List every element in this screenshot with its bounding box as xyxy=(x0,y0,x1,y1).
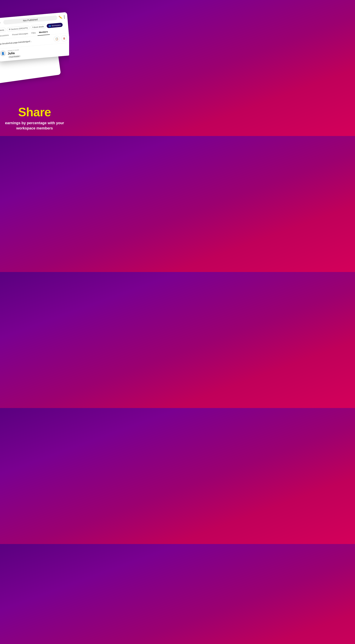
header-icons: ✏️ xyxy=(58,15,65,19)
tab-contents-label: ntents xyxy=(0,29,4,31)
bottom-text-section: Share earnings by percentage with your w… xyxy=(0,99,69,136)
tab-workspace[interactable]: 👥 Workspace xyxy=(46,22,63,28)
dot3 xyxy=(64,18,65,18)
tab-pinned-label: Pinned Messages xyxy=(12,32,28,36)
dot1 xyxy=(64,16,64,16)
delete-link-button[interactable]: 🗑 xyxy=(61,35,67,42)
card-main: ← Not Published ✏️ ntents ⊞ Sections (GR… xyxy=(0,12,69,62)
edit-icon[interactable]: ✏️ xyxy=(58,15,62,19)
tab-members[interactable]: Members xyxy=(37,28,50,36)
tab-files-label: Files xyxy=(31,32,36,34)
copy-icon: 📋 xyxy=(55,37,58,41)
tab-contents[interactable]: ntents xyxy=(0,28,6,32)
back-button[interactable]: ← xyxy=(0,21,1,25)
more-options-icon[interactable] xyxy=(64,16,65,18)
copy-link-button[interactable]: 📋 xyxy=(53,36,60,42)
avatar-icon: 👤 xyxy=(1,52,5,55)
info-icon: ℹ xyxy=(32,26,33,28)
tab-book-details[interactable]: ℹ Book details xyxy=(30,24,46,30)
workspace-icon: 👥 xyxy=(48,24,51,27)
share-heading: Share xyxy=(3,106,66,118)
member-role: Proof Reader xyxy=(8,55,21,58)
dot2 xyxy=(64,17,64,17)
tab-book-details-label: Book details xyxy=(34,26,44,28)
tab-discussions-label: iscussions xyxy=(0,34,9,37)
sections-icon: ⊞ xyxy=(9,28,10,30)
tab-workspace-label: Workspace xyxy=(51,24,61,27)
top-spacer xyxy=(0,0,69,10)
tab-files[interactable]: Files xyxy=(29,30,37,36)
share-description: earnings by percentage with your workspa… xyxy=(3,120,66,131)
tab-discussions[interactable]: iscussions xyxy=(0,32,11,39)
tab-members-label: Members xyxy=(39,30,48,34)
cards-container: ned 4 month ke ← Not Published ✏️ ntents xyxy=(0,12,69,99)
avatar: 👤 xyxy=(0,50,6,56)
invite-link: ttp://erudirehub.page.link/iolknlgssf... xyxy=(0,38,52,45)
delete-icon: 🗑 xyxy=(63,37,65,40)
tab-sections-label: Sections (GROUPS) xyxy=(11,27,28,30)
